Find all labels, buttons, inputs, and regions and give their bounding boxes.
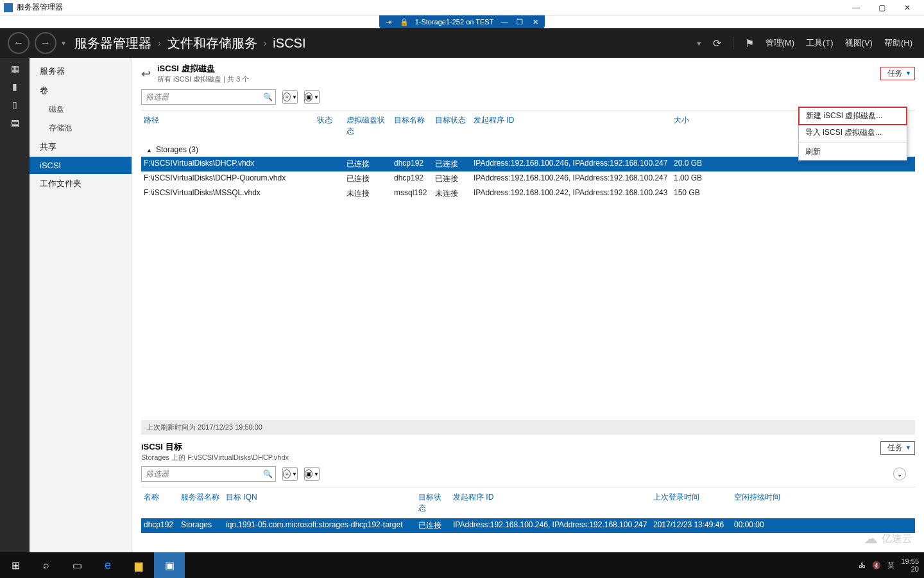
menu-tools[interactable]: 工具(T) (806, 37, 834, 49)
menu-new-vdisk[interactable]: 新建 iSCSI 虚拟磁盘... (798, 107, 907, 125)
clock[interactable]: 19:55 20 (901, 557, 919, 573)
sidebar-item-servers[interactable]: 服务器 (30, 62, 132, 81)
server-manager-icon[interactable]: ▣ (154, 552, 185, 578)
sm-header: ← → ▾ 服务器管理器 › 文件和存储服务 › iSCSI ▾ ⟳ ⚑ 管理(… (0, 28, 924, 58)
group-options-button-2[interactable]: ▣▼ (304, 467, 320, 481)
vm-minimize-button[interactable]: — (500, 18, 509, 26)
section1-subtitle: 所有 iSCSI 虚拟磁盘 | 共 3 个 (157, 74, 249, 84)
close-button[interactable]: ✕ (894, 0, 920, 15)
tray-network-icon[interactable]: 🖧 (859, 561, 866, 569)
tasks-button-2[interactable]: 任务▼ (880, 441, 915, 455)
watermark: ☁ 亿速云 (864, 530, 912, 547)
col-status[interactable]: 状态 (314, 113, 344, 139)
breadcrumb: 服务器管理器 › 文件和存储服务 › iSCSI (74, 35, 305, 52)
section1-title: iSCSI 虚拟磁盘 (157, 63, 249, 74)
tray-volume-icon[interactable]: 🔇 (872, 561, 881, 570)
app-icon (4, 3, 13, 12)
crumb-iscsi[interactable]: iSCSI (273, 36, 305, 51)
col-vdisk-status[interactable]: 虚拟磁盘状态 (344, 113, 391, 139)
minimize-button[interactable]: — (843, 0, 869, 15)
outer-titlebar: 服务器管理器 — ▢ ✕ (0, 0, 924, 15)
table-row[interactable]: F:\iSCSIVirtualDisks\MSSQL.vhdx未连接mssql1… (141, 186, 915, 201)
col2-tstat[interactable]: 目标状态 (416, 490, 450, 516)
target-table: 名称 服务器名称 目标 IQN 目标状态 发起程序 ID 上次登录时间 空闲持续… (141, 487, 915, 533)
vm-close-button[interactable]: ✕ (531, 18, 540, 26)
ie-icon[interactable]: e (92, 552, 123, 578)
ime-indicator[interactable]: 英 (887, 561, 894, 570)
target-table-header[interactable]: 名称 服务器名称 目标 IQN 目标状态 发起程序 ID 上次登录时间 空闲持续… (141, 487, 915, 518)
pin-icon[interactable]: ⇥ (384, 18, 393, 26)
lock-icon[interactable]: 🔒 (400, 18, 409, 26)
menu-refresh[interactable]: 刷新 (799, 144, 907, 160)
start-button[interactable]: ⊞ (0, 552, 31, 578)
col2-name[interactable]: 名称 (141, 490, 178, 516)
vm-connection-bar: ⇥ 🔒 1-Storage1-252 on TEST — ❐ ✕ (0, 15, 924, 28)
sidebar-item-volumes[interactable]: 卷 (30, 81, 132, 100)
section2-title: iSCSI 目标 (141, 441, 289, 453)
section2-subtitle: Storages 上的 F:\iSCSIVirtualDisks\DHCP.vh… (141, 453, 289, 462)
col-initiator[interactable]: 发起程序 ID (471, 113, 671, 139)
col2-server[interactable]: 服务器名称 (178, 490, 223, 516)
outer-title-text: 服务器管理器 (17, 2, 63, 13)
sidebar-item-shares[interactable]: 共享 (30, 137, 132, 157)
filter-box-2[interactable]: 🔍 (141, 466, 276, 482)
menu-import-vdisk[interactable]: 导入 iSCSI 虚拟磁盘... (799, 125, 907, 141)
filter-input-2[interactable] (142, 469, 260, 478)
filter-box[interactable]: 🔍 (141, 89, 276, 105)
search-icon[interactable]: 🔍 (260, 92, 275, 101)
col2-idle[interactable]: 空闲持续时间 (732, 490, 796, 516)
menu-manage[interactable]: 管理(M) (766, 37, 795, 49)
flag-icon[interactable]: ⚑ (745, 37, 754, 49)
nav-back-button[interactable]: ← (8, 32, 30, 54)
menu-help[interactable]: 帮助(H) (884, 37, 912, 49)
all-icon[interactable]: ▯ (8, 99, 22, 110)
vm-restore-button[interactable]: ❐ (515, 18, 524, 26)
dashboard-icon[interactable]: ▦ (8, 63, 22, 74)
cloud-icon: ☁ (864, 530, 878, 547)
search-icon[interactable]: 🔍 (260, 469, 275, 478)
col-target-status[interactable]: 目标状态 (432, 113, 471, 139)
crumb-service[interactable]: 文件和存储服务 (167, 35, 257, 52)
nav-forward-button[interactable]: → (35, 32, 56, 54)
table-row[interactable]: dhcp192 Storages iqn.1991-05.com.microso… (141, 518, 915, 533)
expand-icon[interactable]: ⌄ (893, 468, 906, 480)
tasks-button[interactable]: 任务▼ (880, 67, 915, 80)
filter-input[interactable] (142, 92, 260, 101)
maximize-button[interactable]: ▢ (869, 0, 894, 15)
view-options-button[interactable]: ≡▼ (282, 90, 298, 104)
taskbar: ⊞ ⌕ ▭ e ▆ ▣ 🖧 🔇 英 19:55 20 (0, 552, 924, 578)
sidebar-item-disks[interactable]: 磁盘 (30, 100, 132, 119)
col2-login[interactable]: 上次登录时间 (651, 490, 732, 516)
search-button[interactable]: ⌕ (31, 552, 62, 578)
explorer-icon[interactable]: ▆ (123, 552, 154, 578)
menu-separator (799, 142, 907, 143)
rail-bar: ▦ ▮ ▯ ▤ (0, 58, 30, 552)
refresh-status: 上次刷新时间为 2017/12/23 19:50:00 (141, 420, 915, 435)
col-path[interactable]: 路径 (141, 113, 314, 139)
refresh-icon[interactable]: ⟳ (713, 37, 721, 49)
sidebar-item-pools[interactable]: 存储池 (30, 119, 132, 137)
col-size[interactable]: 大小 (671, 113, 723, 139)
section-back-icon[interactable]: ↩ (141, 67, 151, 81)
sidebar-item-workfolders[interactable]: 工作文件夹 (30, 174, 132, 193)
col2-iqn[interactable]: 目标 IQN (223, 490, 416, 516)
file-services-icon[interactable]: ▤ (8, 117, 22, 128)
crumb-root[interactable]: 服务器管理器 (74, 35, 151, 52)
sidebar: 服务器 卷 磁盘 存储池 共享 iSCSI 工作文件夹 (30, 58, 132, 552)
tasks-dropdown: 新建 iSCSI 虚拟磁盘... 导入 iSCSI 虚拟磁盘... 刷新 (798, 107, 907, 161)
group-options-button[interactable]: ▣▼ (304, 90, 320, 104)
vm-title-text: 1-Storage1-252 on TEST (415, 18, 494, 26)
table-row[interactable]: F:\iSCSIVirtualDisks\DCHP-Quorum.vhdx已连接… (141, 171, 915, 186)
menu-view[interactable]: 视图(V) (845, 37, 873, 49)
col2-init[interactable]: 发起程序 ID (450, 490, 651, 516)
sidebar-item-iscsi[interactable]: iSCSI (30, 157, 132, 174)
servers-icon[interactable]: ▮ (8, 81, 22, 92)
view-options-button-2[interactable]: ≡▼ (282, 467, 298, 481)
taskview-button[interactable]: ▭ (62, 552, 92, 578)
col-target-name[interactable]: 目标名称 (391, 113, 432, 139)
